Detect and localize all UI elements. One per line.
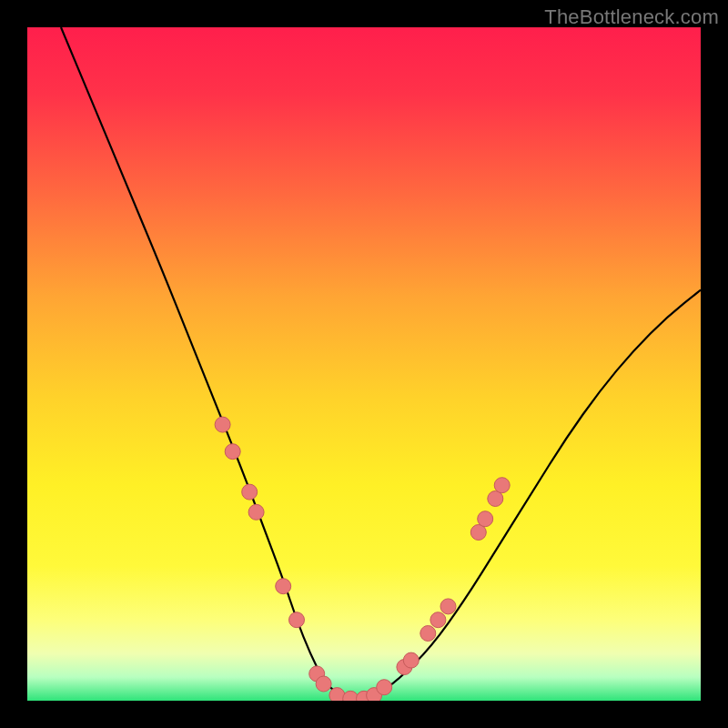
plot-area <box>27 27 701 701</box>
chart-svg <box>27 27 701 701</box>
data-point <box>420 626 436 642</box>
data-point <box>316 676 331 692</box>
data-point <box>478 511 493 527</box>
data-point <box>248 504 264 520</box>
watermark-text: TheBottleneck.com <box>544 5 719 29</box>
data-point <box>242 484 258 500</box>
outer-frame: TheBottleneck.com <box>0 0 728 728</box>
data-point <box>377 680 392 695</box>
data-point <box>440 599 456 614</box>
data-point <box>276 579 291 594</box>
data-point <box>289 612 305 628</box>
data-point <box>430 612 446 628</box>
data-point <box>403 652 419 668</box>
gradient-background <box>27 27 701 701</box>
data-point <box>215 417 230 432</box>
data-point <box>225 444 240 460</box>
data-point <box>494 478 510 493</box>
